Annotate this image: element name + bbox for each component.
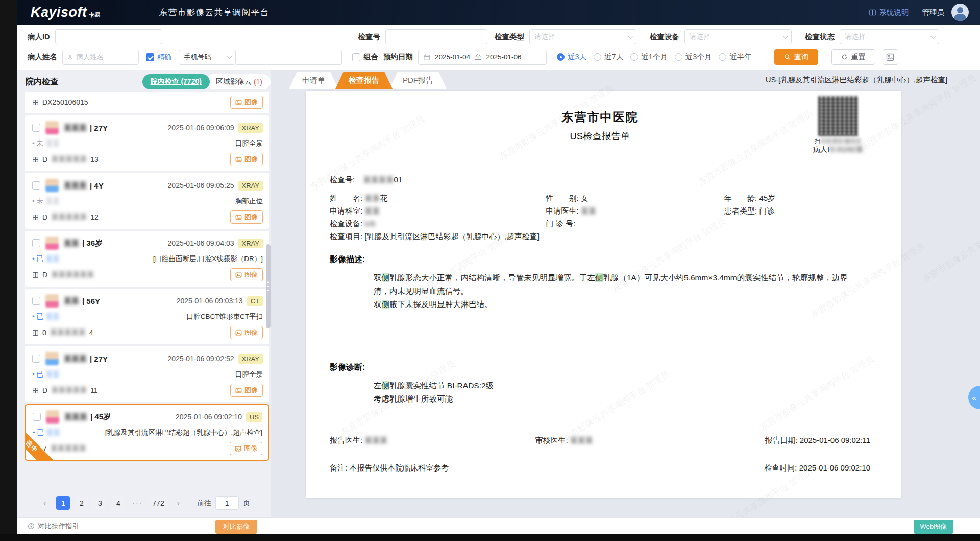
combo-checkbox[interactable] <box>352 53 360 61</box>
compare-guide-link[interactable]: 对比操作指引 <box>28 522 79 531</box>
open-images-button[interactable]: 图像 <box>230 268 263 281</box>
person-icon <box>67 54 73 60</box>
item-checkbox[interactable] <box>32 124 40 132</box>
list-item[interactable]: 某某某 | 27Y 2025-01-06 09:06:09 XRAY • 未某某… <box>24 115 270 171</box>
report-status: • 未某某 <box>32 197 60 206</box>
compare-images-button[interactable]: 对比影像 <box>215 520 257 534</box>
date-range-field[interactable]: 2025-01-04 至 2025-01-06 <box>418 50 547 65</box>
item-checkbox[interactable] <box>32 355 40 363</box>
search-icon <box>784 54 791 60</box>
exam-number-redacted: 某某某某某某 <box>51 270 94 279</box>
exam-no-label: 检查号 <box>358 32 381 42</box>
device-label: 检查设备 <box>650 32 679 42</box>
user-avatar[interactable] <box>951 4 969 21</box>
open-images-label: 图像 <box>244 270 258 279</box>
page-3-button[interactable]: 3 <box>93 496 107 510</box>
exam-number-prefix: D <box>42 386 47 394</box>
exam-list: DX250106015 图像 某某某 <box>17 91 271 491</box>
exam-type-select[interactable]: 请选择 <box>529 29 636 44</box>
prev-page-button[interactable]: ‹ <box>38 496 52 510</box>
calendar-icon <box>423 54 430 61</box>
open-images-button[interactable]: 图像 <box>230 442 262 455</box>
next-page-button[interactable]: › <box>172 496 185 510</box>
patient-avatar <box>45 121 59 134</box>
layout-toggle-button[interactable] <box>883 49 898 65</box>
open-images-button[interactable]: 图像 <box>230 210 263 224</box>
list-scrollbar-thumb[interactable] <box>266 244 271 328</box>
patient-name-input[interactable] <box>76 53 134 61</box>
report-doctor: 报告医生: 某某某 <box>330 436 535 445</box>
page-2-button[interactable]: 2 <box>75 496 88 510</box>
open-images-button[interactable]: 图像 <box>230 153 263 166</box>
web-image-button[interactable]: Web图像 <box>914 520 954 534</box>
patient-id-field <box>55 29 162 44</box>
field-patient-type: 患者类型: 门诊 <box>724 205 870 217</box>
exam-number-suffix: 11 <box>90 386 98 394</box>
status-select[interactable]: 请选择 <box>840 29 939 44</box>
tab-regional-cloud-label: 区域影像云 <box>216 77 252 86</box>
chevron-down-icon <box>783 34 788 39</box>
tab-pdf-report[interactable]: PDF报告 <box>389 72 447 89</box>
system-help-link[interactable]: 系统说明 <box>869 8 909 17</box>
qr-code <box>818 96 858 136</box>
diagnosis-line: 考虑乳腺增生所致可能 <box>374 392 861 406</box>
range-halfyear-radio[interactable] <box>719 53 726 61</box>
range-1month-radio[interactable] <box>630 53 638 61</box>
date-separator: 至 <box>475 53 482 62</box>
phone-field <box>236 50 342 65</box>
page-4-button[interactable]: 4 <box>111 496 125 510</box>
item-checkbox[interactable] <box>33 413 41 421</box>
reset-button[interactable]: 重置 <box>831 49 875 65</box>
modality-badge: XRAY <box>238 354 263 364</box>
tab-local-exams[interactable]: 院内检查 (7720) <box>142 74 210 89</box>
report-exam-no-suffix: 01 <box>394 175 403 184</box>
item-checkbox[interactable] <box>32 181 40 190</box>
exam-number: 0某某某某某4 <box>32 328 93 337</box>
open-images-button[interactable]: 图像 <box>230 96 263 109</box>
list-item[interactable]: 某某 | 56Y 2025-01-06 09:03:13 CT • 已某某 口腔… <box>24 289 270 344</box>
list-item-selected[interactable]: 某某某 | 45岁 2025-01-06 09:02:10 US • 已某某 [… <box>24 404 270 461</box>
phone-select[interactable]: 手机号码 <box>179 50 236 65</box>
open-images-button[interactable]: 图像 <box>230 384 263 397</box>
range-7days-radio[interactable] <box>594 53 601 61</box>
item-checkbox[interactable] <box>32 239 40 247</box>
page-last-button[interactable]: 772 <box>150 496 166 510</box>
bottom-toolbar: 对比操作指引 对比影像 Web图像 <box>17 517 980 534</box>
exam-description: 胸部正位 <box>235 197 263 206</box>
report-tabs: 申请单 检查报告 PDF报告 US-[乳腺及其引流区淋巴结彩超（乳腺中心）,超声… <box>271 70 980 89</box>
list-item[interactable]: 某某某 | 27Y 2025-01-06 09:02:52 XRAY • 已某某… <box>24 346 270 402</box>
brand-logo-badge: 卡易 <box>89 11 101 19</box>
goto-page-input[interactable] <box>215 496 239 510</box>
open-images-button[interactable]: 图像 <box>230 326 263 339</box>
exam-no-input[interactable] <box>390 33 482 41</box>
field-age: 年 龄: 45岁 <box>724 193 870 204</box>
exam-no-field <box>385 29 487 44</box>
list-item[interactable]: 某某 | 36岁 2025-01-06 09:04:03 XRAY • 已某某 … <box>24 231 270 287</box>
patient-avatar <box>46 410 59 424</box>
list-item[interactable]: DX250106015 图像 <box>24 92 270 113</box>
report-status-redacted: 某某 <box>46 254 60 264</box>
page-1-button[interactable]: 1 <box>56 496 70 510</box>
exam-number-suffix: 13 <box>90 155 99 163</box>
device-select[interactable]: 请选择 <box>684 29 792 44</box>
help-circle-icon <box>28 523 35 530</box>
exam-number-suffix: 12 <box>90 213 99 221</box>
chevron-down-icon <box>628 34 633 39</box>
page-ellipsis[interactable]: ··· <box>130 496 145 510</box>
description-paragraph: 双侧乳腺形态大小正常，内结构清晰，导管未见明显增宽。于左侧乳腺（1A）可见大小约… <box>374 271 861 298</box>
list-item[interactable]: 某某某 | 4Y 2025-01-06 09:05:25 XRAY • 未某某 … <box>24 173 270 229</box>
exact-match-checkbox[interactable] <box>146 53 154 61</box>
tab-request-form[interactable]: 申请单 <box>289 72 338 89</box>
report-main-panel: 东营市影像云共享调阅平台 管理员东营市影像云共享调阅平台 管理员东营市影像云共享… <box>271 70 980 517</box>
watermark-text: 东营市影像云共享调阅平台 管理员 <box>921 205 980 285</box>
range-3days-radio[interactable] <box>557 53 565 61</box>
range-3months-radio[interactable] <box>675 53 682 61</box>
phone-input[interactable] <box>240 53 337 61</box>
report-type-title: US检查报告单 <box>330 130 870 143</box>
item-checkbox[interactable] <box>32 297 40 305</box>
patient-id-input[interactable] <box>60 33 157 41</box>
tab-regional-cloud[interactable]: 区域影像云 (1) <box>206 74 271 89</box>
tab-exam-report[interactable]: 检查报告 <box>335 72 393 89</box>
report-exam-no-redacted: 某某某某 <box>363 175 394 184</box>
search-button[interactable]: 查询 <box>774 49 818 65</box>
